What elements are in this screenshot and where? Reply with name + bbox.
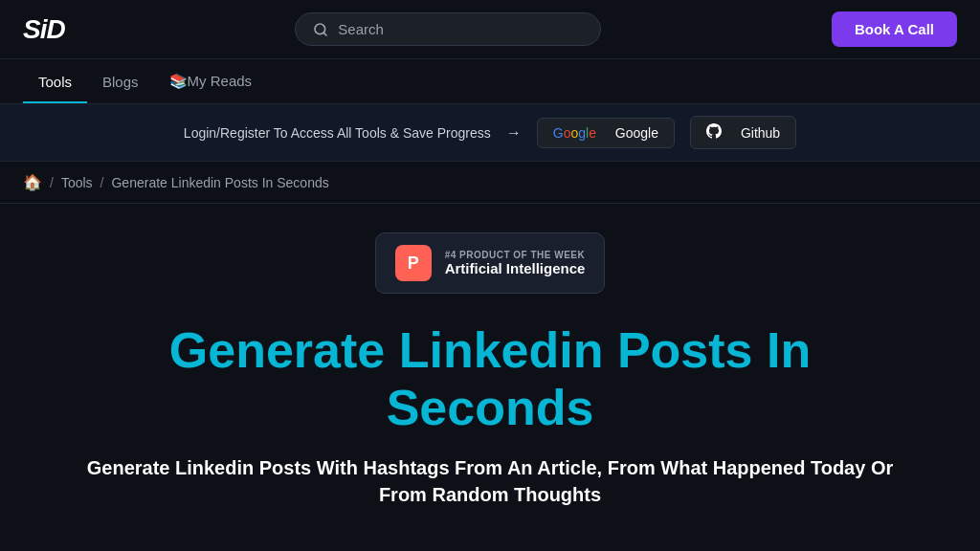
product-badge[interactable]: P #4 PRODUCT OF THE WEEK Artificial Inte… — [375, 232, 606, 294]
google-auth-button[interactable]: Google Google — [537, 118, 675, 148]
page-title: Generate Linkedin Posts In Seconds — [131, 322, 849, 437]
login-arrow: → — [506, 124, 522, 142]
logo: SiD — [23, 14, 65, 45]
tab-my-reads[interactable]: 📚My Reads — [154, 59, 268, 103]
github-auth-button[interactable]: Github — [690, 116, 796, 149]
product-category: Artificial Intelligence — [445, 260, 586, 276]
breadcrumb-sep-1: / — [50, 175, 54, 190]
breadcrumb-current: Generate Linkedin Posts In Seconds — [111, 175, 328, 190]
search-icon — [313, 22, 328, 37]
breadcrumb-sep-2: / — [100, 175, 104, 190]
tab-tools[interactable]: Tools — [23, 60, 87, 103]
github-icon — [706, 123, 722, 142]
nav-tabs: Tools Blogs 📚My Reads — [0, 59, 980, 104]
svg-line-1 — [323, 33, 326, 35]
login-register-text: Login/Register To Access All Tools & Sav… — [184, 125, 491, 141]
login-banner: Login/Register To Access All Tools & Sav… — [0, 104, 980, 162]
product-info: #4 PRODUCT OF THE WEEK Artificial Intell… — [445, 250, 586, 276]
google-icon: Google — [553, 125, 596, 141]
header: SiD Book A Call — [0, 0, 980, 59]
breadcrumb-home-icon[interactable]: 🏠 — [23, 173, 42, 191]
book-call-button[interactable]: Book A Call — [832, 11, 957, 47]
search-input[interactable] — [338, 21, 583, 37]
tab-blogs[interactable]: Blogs — [87, 60, 154, 103]
breadcrumb-tools[interactable]: Tools — [61, 175, 93, 190]
main-content: P #4 PRODUCT OF THE WEEK Artificial Inte… — [0, 204, 980, 527]
search-bar[interactable] — [295, 12, 601, 46]
product-hunt-logo: P — [395, 245, 432, 281]
page-subtitle: Generate Linkedin Posts With Hashtags Fr… — [78, 454, 902, 508]
breadcrumb: 🏠 / Tools / Generate Linkedin Posts In S… — [0, 162, 980, 204]
product-week-label: #4 PRODUCT OF THE WEEK — [445, 250, 586, 260]
